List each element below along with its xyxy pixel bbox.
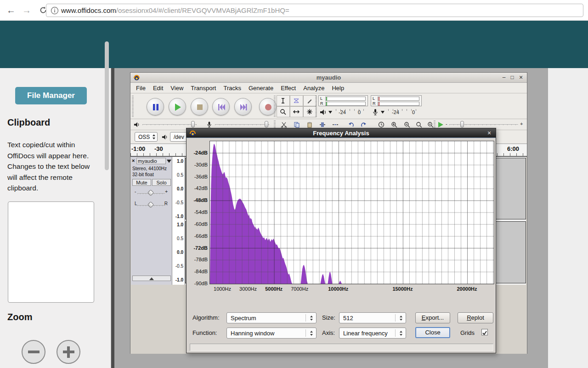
function-value: Hanning window [231,330,274,337]
output-volume-slider[interactable] [142,124,197,125]
solo-button[interactable]: Solo [152,179,171,186]
zoom-out-button[interactable] [22,340,45,364]
play-icon [174,103,182,111]
function-select[interactable]: Hanning window [226,328,317,339]
menu-edit[interactable]: Edit [149,83,167,93]
envelope-tool-icon [293,98,300,104]
copy-icon [294,121,300,128]
algorithm-value: Spectrum [231,315,256,322]
play-button[interactable] [169,98,186,115]
recording-meter-scale[interactable]: -24 0 [371,108,422,117]
stop-button[interactable] [191,98,208,115]
menu-transport[interactable]: Transport [187,83,220,93]
play-at-speed-icon[interactable] [437,121,444,128]
menu-effect[interactable]: Effect [277,83,300,93]
page-info-icon[interactable] [51,6,59,15]
ruler-value: 0.5 [177,172,183,178]
zoom-in-button[interactable] [57,340,80,364]
forward-button[interactable] [234,98,252,115]
algorithm-select[interactable]: Spectrum [226,312,317,323]
playback-meter[interactable]: L R [318,95,368,106]
pan-slider[interactable]: L R [135,201,168,209]
grids-checkbox[interactable] [481,329,488,335]
draw-tool-button[interactable] [303,95,317,106]
input-volume-slider[interactable] [215,124,269,125]
panel-divider [111,68,114,368]
menu-analyze[interactable]: Analyze [300,83,328,93]
track-close-button[interactable]: × [132,158,135,163]
close-button[interactable]: × [517,74,525,81]
gain-slider[interactable]: - + [135,189,168,197]
input-volume-thumb[interactable] [265,121,268,127]
menu-file[interactable]: File [132,83,149,93]
menu-view[interactable]: View [167,83,187,93]
audio-host-select[interactable]: OSS [135,132,158,142]
dropdown-arrow-icon[interactable] [328,111,332,114]
gain-minus-label: - [135,189,136,194]
collapse-track-button[interactable] [132,276,171,281]
size-select[interactable]: 512 [339,312,406,323]
pause-button[interactable] [147,98,164,115]
vertical-ruler: 1.00.50.0-0.5-1.01.00.50.0-0.5-1.0 [172,157,185,285]
replot-button[interactable]: Replot [458,312,493,323]
track-control-panel: × myaudio Stereo, 44100Hz 32-bit float M… [131,157,172,285]
db-tick-label: -42dB [187,185,208,191]
meter-left-label: L [373,96,375,101]
meter-scale-zero: 0 [412,109,415,115]
menu-help[interactable]: Help [328,83,348,93]
playback-speed-thumb[interactable] [460,121,464,127]
dialog-close-icon[interactable]: × [486,129,493,137]
db-tick-label: -24dB [187,150,208,155]
track-name-menu[interactable]: myaudio [136,158,166,164]
track-format-line2: 32-bit float [132,172,154,177]
back-icon[interactable]: ← [5,4,17,17]
gain-thumb[interactable] [147,190,154,196]
selection-tool-button[interactable] [277,95,290,106]
multi-tool-icon [306,109,313,115]
paste-icon [306,121,313,128]
zoom-tool-button[interactable] [277,106,290,117]
track-menu-arrow-icon[interactable] [167,160,171,163]
dialog-title: Frequency Analysis [187,128,496,138]
rewind-button[interactable] [212,98,230,115]
output-volume-thumb[interactable] [191,121,195,127]
file-manager-button[interactable]: File Manager [15,87,87,104]
playback-meter-scale[interactable]: -24 0 [318,108,368,117]
ruler-value: 1.0 [177,222,183,227]
timeshift-tool-button[interactable] [290,106,303,117]
minimize-button[interactable]: – [500,74,508,81]
menu-generate[interactable]: Generate [245,83,277,93]
close-dialog-button[interactable]: Close [415,327,450,338]
playback-speed-slider[interactable] [449,124,518,125]
timeline-label: 6:00 [507,145,519,152]
axis-select[interactable]: Linear frequency [339,328,406,339]
multi-tool-button[interactable] [303,106,317,117]
spectrum-area [210,144,494,284]
rewind-icon [217,103,226,111]
spectrum-plot[interactable] [209,141,494,284]
checkmark-icon [482,330,487,336]
maximize-button[interactable]: □ [509,74,516,81]
grids-label: Grids [460,329,475,336]
toolbar-grip[interactable] [315,96,317,117]
window-title: myaudio [130,73,527,83]
pause-icon [152,103,160,111]
pan-thumb[interactable] [147,201,154,208]
toolbar-grip[interactable] [132,96,134,117]
forward-icon[interactable]: → [20,4,33,17]
menu-tracks[interactable]: Tracks [220,83,245,93]
audacity-titlebar[interactable]: myaudio – □ × [130,73,527,83]
clipboard-textarea[interactable] [8,201,94,303]
dropdown-arrow-icon[interactable] [381,111,384,114]
speaker-icon [320,109,327,115]
ruler-value: 1.0 [177,159,183,164]
dialog-titlebar[interactable]: Frequency Analysis × [187,128,496,138]
mute-button[interactable]: Mute [132,179,151,186]
envelope-tool-button[interactable] [290,95,303,106]
db-tick-label: -60dB [187,221,208,227]
url-bar[interactable]: www.offidocs.com/osessionx04/#/client/RE… [46,4,583,17]
toolbar-grip[interactable] [274,96,276,117]
export-button[interactable]: Export... [415,312,450,323]
sidebar-scrollbar[interactable] [105,41,109,170]
recording-meter[interactable]: L R [371,95,422,106]
